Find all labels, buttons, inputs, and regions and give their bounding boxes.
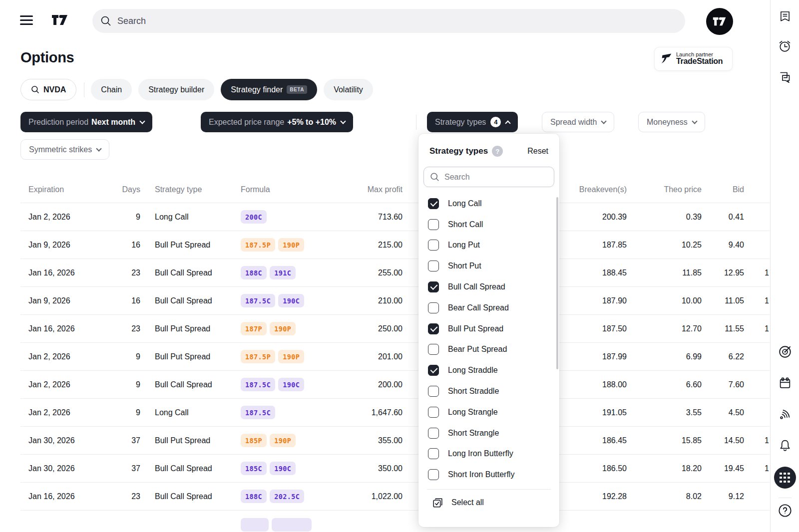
- price-range-filter[interactable]: Expected price range+5% to +10%: [201, 112, 353, 132]
- option-label: Short Strangle: [448, 429, 499, 438]
- ask-cell-clipped: 1: [744, 436, 770, 445]
- strategy-type-option[interactable]: Long Put: [418, 235, 559, 256]
- help-circle-icon[interactable]: ?: [492, 146, 503, 157]
- expiration-cell: Jan 9, 2026: [20, 241, 118, 250]
- strategy-type-cell: Bull Put Spread: [140, 241, 230, 250]
- partner-badge[interactable]: Launch partner TradeStation: [654, 47, 733, 71]
- checkbox[interactable]: [428, 219, 439, 230]
- user-avatar[interactable]: [706, 8, 733, 35]
- moneyness-filter[interactable]: Moneyness: [638, 112, 705, 132]
- strategy-type-option[interactable]: Short Straddle: [418, 381, 559, 402]
- strategy-type-option[interactable]: Long Call: [418, 193, 559, 214]
- chat-icon[interactable]: [778, 69, 793, 84]
- checkbox[interactable]: [428, 428, 439, 439]
- table-row[interactable]: Jan 16, 2026 23 Bull Put Spread 187P190P…: [20, 315, 770, 343]
- strategy-type-option[interactable]: Long Iron Butterfly: [418, 444, 559, 465]
- select-all-button[interactable]: Select all: [418, 490, 559, 516]
- col-formula: Formula: [230, 185, 320, 194]
- table-row[interactable]: Jan 2, 2026 9 Long Call 200C 713.60 200.…: [20, 203, 770, 231]
- table-row[interactable]: Jan 16, 2026 23 Bull Call Spread 188C202…: [20, 483, 770, 511]
- table-row[interactable]: Jan 9, 2026 16 Bull Call Spread 187.5C19…: [20, 287, 770, 315]
- tradestation-logo-icon: [660, 52, 673, 65]
- tab-strategy-finder[interactable]: Strategy finder BETA: [221, 79, 317, 100]
- expiration-cell: Jan 30, 2026: [20, 464, 118, 473]
- table-row[interactable]: Jan 9, 2026 16 Bull Put Spread 187.5P190…: [20, 231, 770, 259]
- strategy-type-cell: Bull Call Spread: [140, 492, 230, 501]
- tab-chain[interactable]: Chain: [91, 79, 132, 100]
- strategy-type-option[interactable]: Short Put: [418, 256, 559, 276]
- apps-grid-icon[interactable]: [774, 467, 796, 489]
- dropdown-search[interactable]: [423, 167, 554, 187]
- table-row[interactable]: Jan 16, 2026 23 Bull Call Spread 188C191…: [20, 259, 770, 287]
- max-profit-cell: 1,647.60: [320, 408, 402, 417]
- tab-strategy-builder[interactable]: Strategy builder: [138, 79, 214, 100]
- formula-cell: 188C202.5C: [230, 490, 320, 503]
- formula-leg-badge: 190C: [278, 378, 304, 391]
- table-row[interactable]: Jan 2, 2026 9 Bull Put Spread 187.5P190P…: [20, 343, 770, 371]
- table-row-partial[interactable]: [20, 511, 770, 532]
- formula-leg-badge: 187.5C: [241, 294, 275, 307]
- table-row[interactable]: Jan 2, 2026 9 Long Call 187.5C 1,647.60 …: [20, 399, 770, 427]
- checkbox[interactable]: [428, 323, 439, 334]
- option-label: Short Call: [448, 220, 483, 229]
- symbol-search-button[interactable]: NVDA: [20, 79, 76, 100]
- global-search-input[interactable]: [117, 16, 644, 26]
- checkbox[interactable]: [428, 344, 439, 355]
- checkbox[interactable]: [428, 302, 439, 313]
- spread-width-filter[interactable]: Spread width: [542, 112, 614, 132]
- table-body: Jan 2, 2026 9 Long Call 200C 713.60 200.…: [20, 203, 770, 511]
- sidebar-divider: [779, 498, 792, 498]
- signal-icon[interactable]: [778, 407, 793, 422]
- strategy-type-option[interactable]: Bear Call Spread: [418, 297, 559, 318]
- checkbox[interactable]: [428, 469, 439, 480]
- help-icon[interactable]: [778, 503, 793, 518]
- option-label: Long Put: [448, 241, 480, 250]
- strategy-type-option[interactable]: Short Strangle: [418, 423, 559, 444]
- checkbox[interactable]: [428, 198, 439, 209]
- days-cell: 9: [118, 408, 140, 417]
- page-title: Options: [20, 49, 74, 66]
- news-icon[interactable]: [778, 9, 793, 24]
- prediction-period-filter[interactable]: Prediction periodNext month: [20, 112, 152, 132]
- strategy-type-option[interactable]: Long Straddle: [418, 360, 559, 381]
- target-icon[interactable]: [778, 344, 793, 359]
- strategy-type-option[interactable]: Long Strangle: [418, 402, 559, 423]
- max-profit-cell: 255.00: [320, 268, 402, 277]
- calendar-icon[interactable]: [778, 376, 793, 391]
- theo-price-cell: 11.85: [627, 268, 702, 277]
- checkbox[interactable]: [428, 448, 439, 459]
- reset-button[interactable]: Reset: [527, 147, 548, 156]
- checkbox[interactable]: [428, 386, 439, 397]
- checkbox[interactable]: [428, 407, 439, 418]
- option-label: Short Iron Butterfly: [448, 470, 514, 479]
- strategy-type-option[interactable]: Short Call: [418, 214, 559, 235]
- symmetric-strikes-filter[interactable]: Symmetric strikes: [20, 139, 109, 160]
- global-search[interactable]: [92, 9, 685, 33]
- bid-cell: 7.60: [702, 380, 744, 389]
- menu-icon[interactable]: [20, 15, 33, 26]
- table-row[interactable]: Jan 2, 2026 9 Bull Call Spread 187.5C190…: [20, 371, 770, 399]
- strategy-type-cell: Bull Call Spread: [140, 380, 230, 389]
- table-row[interactable]: Jan 30, 2026 37 Bull Call Spread 185C190…: [20, 455, 770, 483]
- strategy-type-option[interactable]: Short Iron Butterfly: [418, 464, 559, 485]
- dropdown-scrollbar[interactable]: [556, 197, 558, 369]
- theo-price-cell: 10.25: [627, 241, 702, 250]
- checkbox[interactable]: [428, 261, 439, 271]
- strategy-type-cell: Bull Put Spread: [140, 324, 230, 333]
- table-row[interactable]: Jan 30, 2026 37 Bull Put Spread 185P190P…: [20, 427, 770, 455]
- strategy-types-filter[interactable]: Strategy types 4: [427, 112, 518, 132]
- tab-volatility[interactable]: Volatility: [324, 79, 373, 100]
- checkbox[interactable]: [428, 281, 439, 292]
- tradingview-logo[interactable]: [51, 14, 68, 28]
- ask-cell-clipped: 1: [744, 296, 770, 305]
- strategy-type-option[interactable]: Bull Call Spread: [418, 276, 559, 297]
- strategy-type-option[interactable]: Bear Put Spread: [418, 339, 559, 360]
- checkbox[interactable]: [428, 365, 439, 376]
- days-cell: 9: [118, 380, 140, 389]
- strategy-types-count: 4: [490, 117, 501, 127]
- dropdown-search-input[interactable]: [444, 173, 544, 182]
- checkbox[interactable]: [428, 240, 439, 251]
- bell-icon[interactable]: [778, 438, 793, 453]
- alarm-clock-icon[interactable]: [778, 38, 793, 53]
- strategy-type-option[interactable]: Bull Put Spread: [418, 318, 559, 339]
